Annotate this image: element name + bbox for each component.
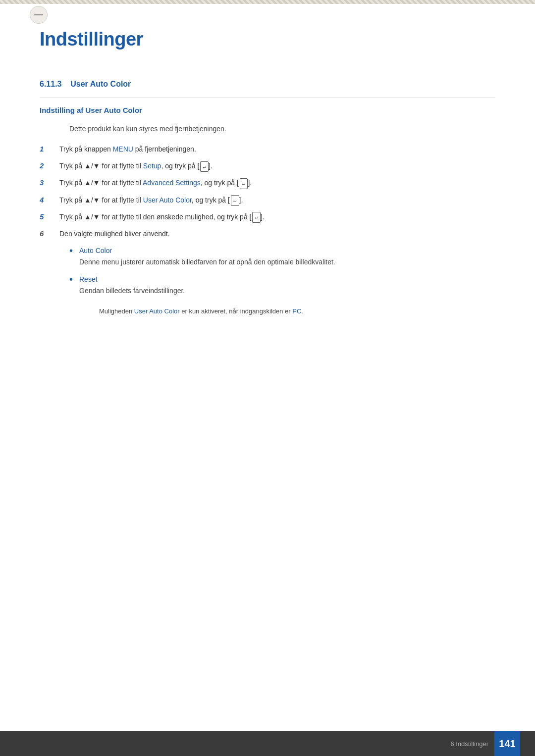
bullet-content-1: Auto Color Denne menu justerer automatis… — [79, 247, 495, 267]
main-content: Indstillinger 6.11.3 User Auto Color Ind… — [0, 4, 535, 356]
footer-page-number: 141 — [494, 731, 520, 756]
step-2-number: 2 — [40, 160, 59, 172]
step-1-highlight: MENU — [113, 145, 133, 153]
step-4-text: Tryk på ▲/▼ for at flytte til User Auto … — [59, 195, 495, 206]
svg-rect-0 — [34, 14, 43, 15]
steps-list: 1 Tryk på knappen MENU på fjernbetjening… — [40, 143, 495, 222]
step-3: 3 Tryk på ▲/▼ for at flytte til Advanced… — [40, 177, 495, 189]
note-text-middle: er kun aktiveret, når indgangskilden er — [180, 307, 293, 315]
sub-heading: Indstilling af User Auto Color — [40, 106, 495, 114]
step-1: 1 Tryk på knappen MENU på fjernbetjening… — [40, 143, 495, 155]
step-4-highlight: User Auto Color — [143, 196, 192, 204]
step-1-number: 1 — [40, 143, 59, 155]
step-1-text: Tryk på knappen MENU på fjernbetjeningen… — [59, 144, 495, 154]
note-text-end: . — [301, 307, 303, 315]
note-text-before: Muligheden — [99, 307, 134, 315]
section-number: 6.11.3 — [40, 80, 61, 88]
page-container: Indstillinger 6.11.3 User Auto Color Ind… — [0, 0, 535, 756]
enter-icon-4: ↵ — [231, 195, 239, 206]
step-2-highlight: Setup — [143, 162, 161, 170]
bullet-item-1: • Auto Color Denne menu justerer automat… — [69, 247, 495, 267]
bullet-desc-1: Denne menu justerer automatisk billedfar… — [79, 256, 495, 267]
step-6: 6 Den valgte mulighed bliver anvendt. — [40, 228, 495, 240]
bullet-list: • Auto Color Denne menu justerer automat… — [69, 247, 495, 297]
bullet-dot-1: • — [69, 246, 79, 255]
step-4-number: 4 — [40, 194, 59, 206]
section-divider — [40, 98, 495, 98]
step-6-text: Den valgte mulighed bliver anvendt. — [59, 228, 495, 239]
bullet-item-2: • Reset Gendan billedets farveindstillin… — [69, 275, 495, 296]
top-stripe — [0, 0, 535, 4]
enter-icon-5: ↵ — [252, 212, 261, 223]
note-highlight-user-auto-color: User Auto Color — [134, 307, 180, 315]
section-heading: 6.11.3 User Auto Color — [40, 80, 495, 89]
step-2: 2 Tryk på ▲/▼ for at flytte til Setup, o… — [40, 160, 495, 172]
step-2-text: Tryk på ▲/▼ for at flytte til Setup, og … — [59, 160, 495, 172]
bullet-content-2: Reset Gendan billedets farveindstillinge… — [79, 275, 495, 296]
note-box: Muligheden User Auto Color er kun aktive… — [99, 306, 495, 317]
bullet-desc-2: Gendan billedets farveindstillinger. — [79, 285, 495, 296]
enter-icon-3: ↵ — [240, 178, 248, 189]
page-title: Indstillinger — [40, 29, 495, 50]
step-3-highlight: Advanced Settings — [143, 179, 201, 187]
top-circle-icon — [30, 6, 48, 24]
step-6-number: 6 — [40, 228, 59, 240]
step-5: 5 Tryk på ▲/▼ for at flytte til den ønsk… — [40, 211, 495, 223]
bullet-dot-2: • — [69, 274, 79, 284]
note-highlight-pc: PC — [292, 307, 301, 315]
enter-icon-2: ↵ — [200, 161, 209, 172]
step-4: 4 Tryk på ▲/▼ for at flytte til User Aut… — [40, 194, 495, 206]
page-footer: 6 Indstillinger 141 — [0, 731, 535, 756]
step-5-number: 5 — [40, 211, 59, 223]
step-3-number: 3 — [40, 177, 59, 189]
section-title: User Auto Color — [70, 80, 131, 88]
footer-text: 6 Indstillinger — [450, 740, 488, 748]
bullet-label-1: Auto Color — [79, 247, 495, 254]
intro-text: Dette produkt kan kun styres med fjernbe… — [69, 123, 495, 134]
step-3-text: Tryk på ▲/▼ for at flytte til Advanced S… — [59, 177, 495, 189]
bullet-label-2: Reset — [79, 275, 495, 283]
step-5-text: Tryk på ▲/▼ for at flytte til den ønsked… — [59, 211, 495, 223]
